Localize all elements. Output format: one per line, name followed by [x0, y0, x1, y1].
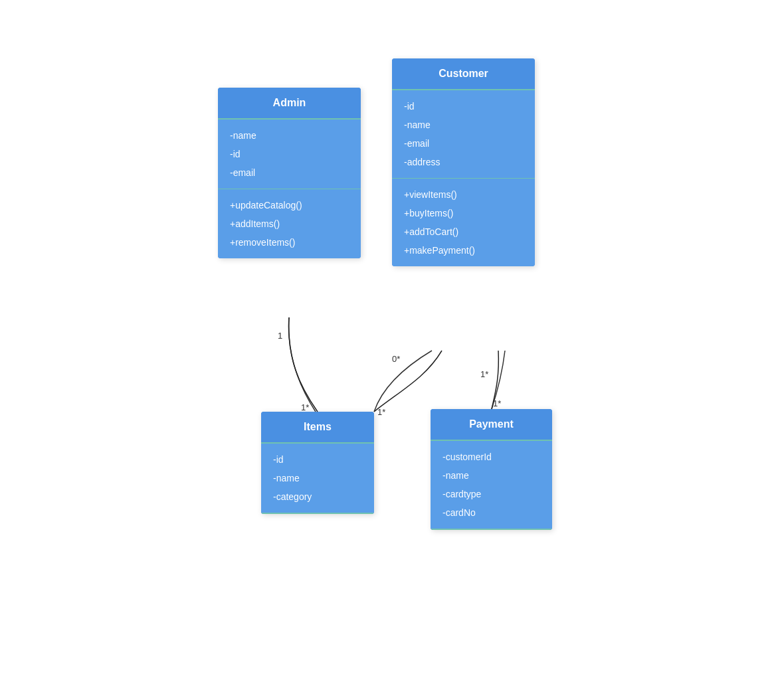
admin-method-1: +addItems()	[230, 214, 349, 233]
payment-class: Payment -customerId -name -cardtype -car…	[431, 409, 552, 530]
customer-attr-3: -address	[404, 153, 523, 171]
customer-attr-2: -email	[404, 134, 523, 153]
items-class: Items -id -name -category	[261, 412, 374, 514]
admin-class: Admin -name -id -email +updateCatalog() …	[218, 88, 361, 258]
items-attr-2: -category	[273, 487, 362, 506]
svg-text:1: 1	[278, 331, 282, 341]
payment-attr-3: -cardNo	[442, 503, 540, 522]
customer-attributes: -id -name -email -address	[392, 90, 535, 179]
admin-class-title: Admin	[218, 88, 361, 120]
customer-method-2: +addToCart()	[404, 222, 523, 241]
admin-methods: +updateCatalog() +addItems() +removeItem…	[218, 189, 361, 258]
svg-text:1*: 1*	[301, 402, 309, 412]
items-attr-0: -id	[273, 450, 362, 469]
admin-method-0: +updateCatalog()	[230, 196, 349, 214]
items-attributes: -id -name -category	[261, 444, 374, 514]
customer-class: Customer -id -name -email -address +view…	[392, 58, 535, 266]
svg-text:1*: 1*	[480, 369, 488, 379]
svg-text:0*: 0*	[392, 354, 400, 364]
admin-attr-2: -email	[230, 163, 349, 182]
items-attr-1: -name	[273, 469, 362, 487]
customer-attr-0: -id	[404, 97, 523, 116]
customer-attr-1: -name	[404, 116, 523, 134]
payment-class-title: Payment	[431, 409, 552, 441]
admin-attr-0: -name	[230, 126, 349, 145]
customer-method-1: +buyItems()	[404, 204, 523, 222]
customer-method-3: +makePayment()	[404, 241, 523, 260]
admin-method-2: +removeItems()	[230, 233, 349, 252]
items-class-title: Items	[261, 412, 374, 444]
svg-text:1*: 1*	[377, 407, 385, 417]
admin-attr-1: -id	[230, 145, 349, 163]
payment-attr-0: -customerId	[442, 448, 540, 466]
payment-attr-1: -name	[442, 466, 540, 485]
diagram-canvas: Customer -id -name -email -address +view…	[0, 0, 784, 676]
customer-method-0: +viewItems()	[404, 185, 523, 204]
customer-methods: +viewItems() +buyItems() +addToCart() +m…	[392, 179, 535, 266]
payment-attributes: -customerId -name -cardtype -cardNo	[431, 441, 552, 530]
payment-attr-2: -cardtype	[442, 485, 540, 503]
svg-text:1*: 1*	[493, 398, 501, 408]
customer-class-title: Customer	[392, 58, 535, 90]
admin-attributes: -name -id -email	[218, 120, 361, 189]
